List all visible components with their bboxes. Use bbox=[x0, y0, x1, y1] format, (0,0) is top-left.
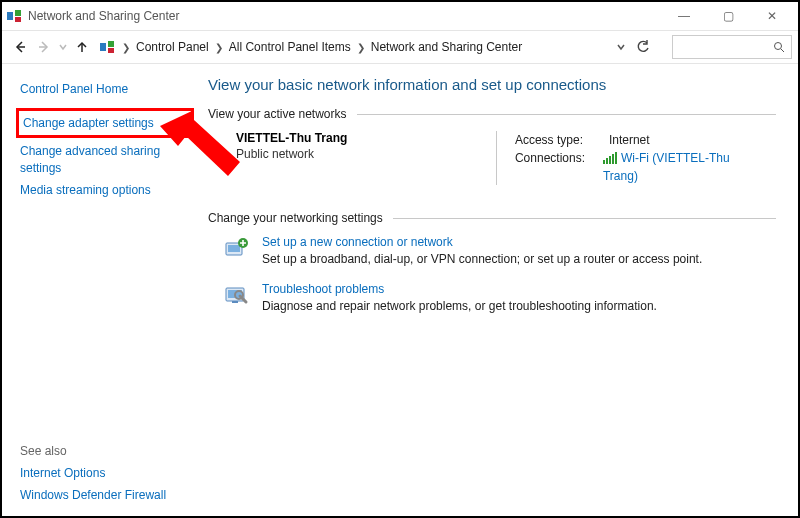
search-input[interactable] bbox=[672, 35, 792, 59]
network-name: VIETTEL-Thu Trang bbox=[236, 131, 476, 145]
toolbar: ❯ Control Panel ❯ All Control Panel Item… bbox=[2, 30, 798, 64]
breadcrumb[interactable]: ❯ Control Panel ❯ All Control Panel Item… bbox=[120, 40, 522, 54]
main-content: View your basic network information and … bbox=[202, 64, 798, 516]
svg-rect-0 bbox=[7, 12, 13, 20]
title-bar: Network and Sharing Center — ▢ ✕ bbox=[2, 2, 798, 30]
access-type-label: Access type: bbox=[515, 131, 599, 149]
settings-item-desc: Set up a broadband, dial-up, or VPN conn… bbox=[262, 252, 702, 266]
active-networks-label: View your active networks bbox=[208, 107, 347, 121]
breadcrumb-seg-1[interactable]: All Control Panel Items bbox=[229, 40, 351, 54]
svg-rect-9 bbox=[228, 245, 240, 252]
svg-rect-1 bbox=[15, 10, 21, 16]
sidebar-item-sharing[interactable]: Change advanced sharing settings bbox=[20, 140, 190, 178]
svg-rect-2 bbox=[15, 17, 21, 22]
breadcrumb-seg-0[interactable]: Control Panel bbox=[136, 40, 209, 54]
back-button[interactable] bbox=[8, 35, 32, 59]
divider bbox=[393, 218, 776, 219]
troubleshoot-icon bbox=[224, 282, 250, 308]
settings-item-title: Set up a new connection or network bbox=[262, 235, 702, 249]
settings-item-desc: Diagnose and repair network problems, or… bbox=[262, 299, 657, 313]
search-icon bbox=[773, 41, 785, 53]
refresh-button[interactable] bbox=[636, 40, 664, 54]
chevron-right-icon: ❯ bbox=[120, 42, 132, 53]
svg-rect-6 bbox=[108, 48, 114, 53]
annotation-highlight: Change adapter settings bbox=[16, 108, 194, 138]
svg-rect-13 bbox=[232, 301, 238, 303]
svg-rect-5 bbox=[108, 41, 114, 47]
sidebar-item-adapter[interactable]: Change adapter settings bbox=[23, 112, 187, 134]
see-also-heading: See also bbox=[20, 440, 190, 462]
sidebar-item-media[interactable]: Media streaming options bbox=[20, 179, 190, 201]
app-icon bbox=[6, 8, 22, 24]
change-settings-label: Change your networking settings bbox=[208, 211, 383, 225]
connection-link[interactable]: Wi-Fi (VIETTEL-Thu Trang) bbox=[603, 151, 730, 183]
maximize-button[interactable]: ▢ bbox=[706, 2, 750, 30]
active-network-row: VIETTEL-Thu Trang Public network Access … bbox=[236, 131, 776, 185]
connection-name: Wi-Fi (VIETTEL-Thu Trang) bbox=[603, 151, 730, 183]
window-title: Network and Sharing Center bbox=[28, 9, 662, 23]
breadcrumb-icon bbox=[98, 38, 116, 56]
minimize-button[interactable]: — bbox=[662, 2, 706, 30]
recent-dropdown[interactable] bbox=[56, 35, 70, 59]
wifi-signal-icon bbox=[603, 152, 617, 164]
svg-point-7 bbox=[775, 43, 782, 50]
forward-button[interactable] bbox=[32, 35, 56, 59]
settings-item-title: Troubleshoot problems bbox=[262, 282, 657, 296]
chevron-right-icon: ❯ bbox=[355, 42, 367, 53]
breadcrumb-seg-2[interactable]: Network and Sharing Center bbox=[371, 40, 522, 54]
chevron-right-icon: ❯ bbox=[213, 42, 225, 53]
address-dropdown[interactable] bbox=[616, 42, 636, 52]
network-type: Public network bbox=[236, 147, 476, 161]
settings-item-new-connection[interactable]: Set up a new connection or network Set u… bbox=[224, 235, 776, 266]
connections-label: Connections: bbox=[515, 149, 593, 185]
new-connection-icon bbox=[224, 235, 250, 261]
sidebar: Control Panel Home Change adapter settin… bbox=[2, 64, 202, 516]
see-also-internet-options[interactable]: Internet Options bbox=[20, 462, 190, 484]
access-type-value: Internet bbox=[609, 131, 650, 149]
page-title: View your basic network information and … bbox=[208, 76, 776, 93]
close-button[interactable]: ✕ bbox=[750, 2, 794, 30]
see-also-firewall[interactable]: Windows Defender Firewall bbox=[20, 484, 190, 506]
vertical-divider bbox=[496, 131, 497, 185]
settings-item-troubleshoot[interactable]: Troubleshoot problems Diagnose and repai… bbox=[224, 282, 776, 313]
sidebar-home[interactable]: Control Panel Home bbox=[20, 78, 190, 100]
divider bbox=[357, 114, 776, 115]
active-networks-heading: View your active networks bbox=[208, 107, 776, 121]
up-button[interactable] bbox=[70, 35, 94, 59]
change-settings-heading: Change your networking settings bbox=[208, 211, 776, 225]
svg-rect-4 bbox=[100, 43, 106, 51]
